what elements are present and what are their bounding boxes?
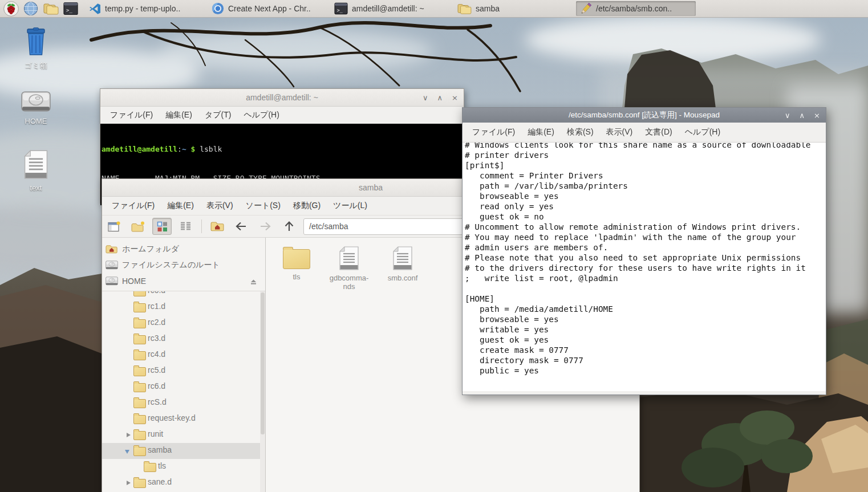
menu-help[interactable]: ヘルプ(H)	[679, 127, 727, 137]
expand-arrow-icon[interactable]	[127, 481, 131, 485]
place-home-volume[interactable]: HOME	[102, 273, 265, 289]
menu-file[interactable]: ファイル(F)	[106, 201, 161, 211]
tree-item-rc6d[interactable]: rc6.d	[102, 379, 265, 395]
menu-view[interactable]: 表示(V)	[200, 201, 240, 211]
tree-item-rc3d[interactable]: rc3.d	[102, 331, 265, 347]
folder-icon	[133, 415, 146, 424]
menu-help[interactable]: ヘルプ(H)	[237, 110, 285, 120]
folder-icon	[283, 249, 310, 269]
editor-line: public = yes	[465, 365, 826, 376]
menu-file[interactable]: ファイル(F)	[466, 127, 521, 137]
trash-can-icon	[21, 48, 51, 58]
scrollbar-thumb[interactable]	[261, 292, 265, 434]
new-window-button[interactable]	[104, 218, 124, 235]
collapse-arrow-icon[interactable]	[125, 450, 129, 454]
tree-item-request-keyd[interactable]: request-key.d	[102, 411, 265, 427]
up-button[interactable]	[279, 218, 299, 235]
mousepad-window: /etc/samba/smb.conf [読込専用] - Mousepad ∨ …	[462, 107, 826, 395]
maximize-button[interactable]: ∧	[437, 94, 443, 101]
folder-icon	[133, 447, 146, 456]
menu-edit[interactable]: 編集(E)	[161, 201, 200, 211]
editor-line: # printer drivers	[465, 150, 826, 160]
menu-document[interactable]: 文書(D)	[639, 127, 678, 137]
tree-item-runit[interactable]: runit	[102, 427, 265, 443]
tree-item-rc2d[interactable]: rc2.d	[102, 315, 265, 331]
forward-button[interactable]	[255, 218, 275, 235]
editor-line: ; write list = root, @lpadmin	[465, 273, 826, 283]
menu-sort[interactable]: ソート(S)	[240, 201, 287, 211]
shade-button[interactable]: ∨	[423, 94, 428, 101]
desktop-icon-home[interactable]: HOME	[10, 91, 62, 125]
place-filesystem-root[interactable]: ファイルシステムのルート	[102, 257, 265, 273]
editor-text-area[interactable]: # Windows clients look for this share na…	[463, 142, 826, 391]
menu-tools[interactable]: ツール(L)	[327, 201, 374, 211]
tree-item-rc1d[interactable]: rc1.d	[102, 299, 265, 315]
editor-line: [HOME]	[465, 294, 826, 304]
taskbar-task-mousepad[interactable]: /etc/samba/smb.con..	[576, 1, 696, 16]
file-item-smbconf[interactable]: smb.conf	[376, 245, 429, 282]
folder-icon	[144, 463, 156, 472]
path-text: /etc/samba	[309, 222, 348, 231]
sidebar-scrollbar[interactable]	[260, 291, 265, 492]
icon-view-button[interactable]	[152, 218, 172, 235]
close-button[interactable]: ×	[814, 112, 820, 119]
shade-button[interactable]: ∨	[785, 112, 790, 119]
expand-arrow-icon[interactable]	[127, 433, 131, 437]
tree-item-rc4d[interactable]: rc4.d	[102, 347, 265, 363]
taskbar-task-samba-folder[interactable]: samba	[453, 1, 573, 16]
editor-line: directory mask = 0777	[465, 355, 826, 365]
mousepad-titlebar[interactable]: /etc/samba/smb.conf [読込専用] - Mousepad ∨ …	[463, 108, 826, 123]
taskbar-task-chromium[interactable]: Create Next App - Chr..	[208, 1, 328, 16]
compact-view-button[interactable]	[176, 218, 196, 235]
menu-go[interactable]: 移動(G)	[287, 201, 327, 211]
editor-line: browseable = yes	[465, 314, 826, 324]
file-item-tls[interactable]: tls	[270, 245, 323, 281]
folder-icon	[133, 431, 146, 440]
folder-icon	[133, 367, 146, 376]
folder-icon	[133, 351, 146, 360]
menu-file[interactable]: ファイル(F)	[104, 110, 159, 120]
tree-item-tls[interactable]: tls	[102, 459, 265, 475]
taskbar: >_ temp.py - temp-uplo.. Create Next App…	[0, 0, 868, 18]
editor-line: # Please note that you also need to set …	[465, 253, 826, 263]
editor-line: [print$]	[465, 160, 826, 170]
tree-item-rcSd[interactable]: rcS.d	[102, 395, 265, 411]
editor-line: path = /media/amdetill/HOME	[465, 304, 826, 314]
mousepad-title: /etc/samba/smb.conf [読込専用] - Mousepad	[569, 110, 720, 120]
tree-item-rc5d[interactable]: rc5.d	[102, 363, 265, 379]
tree-item-samba[interactable]: samba	[102, 443, 265, 459]
desktop-icon-trash[interactable]: ゴミ箱	[10, 27, 62, 71]
new-folder-button[interactable]	[128, 218, 148, 235]
editor-line: comment = Printer Drivers	[465, 170, 826, 181]
maximize-button[interactable]: ∧	[800, 112, 805, 119]
eject-icon[interactable]	[250, 278, 257, 287]
document-icon	[393, 246, 412, 270]
menu-tabs[interactable]: タブ(T)	[198, 110, 238, 120]
editor-line: read only = yes	[465, 201, 826, 212]
file-item-gdbcommands[interactable]: gdbcomma-nds	[323, 245, 375, 291]
close-button[interactable]: ×	[452, 94, 458, 101]
menu-raspberry-icon[interactable]	[2, 1, 20, 17]
menu-search[interactable]: 検索(S)	[561, 127, 600, 137]
home-button[interactable]	[208, 218, 227, 235]
editor-line: path = /var/lib/samba/printers	[465, 181, 826, 191]
desktop-icon-label: text	[10, 184, 62, 192]
menu-edit[interactable]: 編集(E)	[159, 110, 198, 120]
tree-item-rc0d[interactable]: rc0.d	[102, 291, 265, 299]
vscode-icon	[89, 3, 101, 15]
terminal-launcher-icon[interactable]: >_	[62, 1, 80, 17]
taskbar-task-terminal[interactable]: >_ amdetill@amdetill: ~	[331, 1, 451, 16]
editor-line: # admin users are members of.	[465, 242, 826, 253]
desktop-icon-text[interactable]: text	[10, 150, 62, 192]
menu-edit[interactable]: 編集(E)	[521, 127, 561, 137]
menu-view[interactable]: 表示(V)	[600, 127, 639, 137]
mousepad-pencil-icon	[579, 2, 592, 15]
file-manager-launcher-icon[interactable]	[42, 1, 60, 17]
place-home-folder[interactable]: ホームフォルダ	[102, 241, 265, 257]
terminal-titlebar[interactable]: amdetill@amdetill: ~ ∨ ∧ ×	[100, 89, 464, 107]
document-icon	[339, 246, 359, 270]
tree-item-saned[interactable]: sane.d	[102, 475, 265, 491]
back-button[interactable]	[232, 218, 251, 235]
browser-globe-icon[interactable]	[22, 1, 40, 17]
taskbar-task-vscode[interactable]: temp.py - temp-uplo..	[86, 1, 205, 16]
